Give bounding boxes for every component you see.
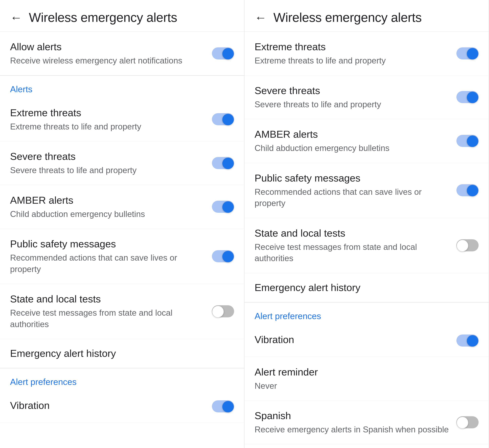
- vibration-r-title: Vibration: [255, 333, 450, 346]
- alert-prefs-r-label: Alert preferences: [244, 302, 489, 324]
- alert-reminder-r-subtitle: Never: [255, 380, 472, 392]
- amber-alerts-r-text: AMBER alerts Child abduction emergency b…: [255, 128, 456, 154]
- extreme-threats-item: Extreme threats Extreme threats to life …: [0, 98, 244, 141]
- allow-alerts-subtitle: Receive wireless emergency alert notific…: [10, 55, 205, 66]
- alerts-section-label: Alerts: [0, 76, 244, 98]
- left-page-title: Wireless emergency alerts: [29, 10, 177, 25]
- vibration-r-item: Vibration: [244, 324, 489, 357]
- vibration-text: Vibration: [10, 399, 212, 414]
- severe-threats-text: Severe threats Severe threats to life an…: [10, 150, 212, 176]
- public-safety-r-item: Public safety messages Recommended actio…: [244, 163, 489, 218]
- allow-alerts-text: Allow alerts Receive wireless emergency …: [10, 40, 212, 66]
- severe-threats-subtitle: Severe threats to life and property: [10, 165, 205, 176]
- extreme-threats-thumb: [222, 114, 234, 125]
- public-safety-thumb: [222, 251, 234, 262]
- back-button-left[interactable]: ←: [10, 11, 22, 24]
- severe-threats-r-text: Severe threats Severe threats to life an…: [255, 84, 456, 110]
- right-content: Extreme threats Extreme threats to life …: [244, 32, 489, 448]
- emergency-history-r-title: Emergency alert history: [255, 282, 479, 293]
- vibration-item: Vibration: [0, 390, 244, 423]
- severe-threats-title: Severe threats: [10, 150, 205, 163]
- emergency-history-title: Emergency alert history: [10, 348, 234, 359]
- vibration-r-thumb: [467, 335, 478, 347]
- right-panel: ← Wireless emergency alerts Extreme thre…: [244, 0, 489, 448]
- vibration-title: Vibration: [10, 399, 205, 412]
- amber-alerts-subtitle: Child abduction emergency bulletins: [10, 209, 205, 220]
- severe-threats-r-title: Severe threats: [255, 84, 450, 97]
- vibration-thumb: [222, 401, 234, 412]
- vibration-r-text: Vibration: [255, 333, 456, 348]
- back-button-right[interactable]: ←: [255, 11, 267, 24]
- extreme-threats-r-title: Extreme threats: [255, 40, 450, 53]
- state-local-tests-toggle[interactable]: [212, 305, 234, 317]
- severe-threats-r-thumb: [467, 92, 478, 103]
- spanish-r-subtitle: Receive emergency alerts in Spanish when…: [255, 424, 450, 435]
- left-panel: ← Wireless emergency alerts Allow alerts…: [0, 0, 244, 448]
- state-local-tests-subtitle: Receive test messages from state and loc…: [10, 307, 205, 330]
- extreme-threats-r-subtitle: Extreme threats to life and property: [255, 55, 450, 66]
- amber-alerts-r-subtitle: Child abduction emergency bulletins: [255, 143, 450, 154]
- amber-alerts-text: AMBER alerts Child abduction emergency b…: [10, 194, 212, 220]
- public-safety-r-text: Public safety messages Recommended actio…: [255, 172, 456, 209]
- spanish-r-toggle[interactable]: [456, 416, 479, 428]
- spanish-r-item: Spanish Receive emergency alerts in Span…: [244, 400, 489, 444]
- public-safety-r-toggle[interactable]: [456, 184, 479, 196]
- emergency-history-r-item[interactable]: Emergency alert history: [244, 273, 489, 302]
- state-local-tests-text: State and local tests Receive test messa…: [10, 293, 212, 330]
- amber-alerts-r-title: AMBER alerts: [255, 128, 450, 141]
- state-local-tests-r-thumb: [457, 240, 468, 251]
- extreme-threats-r-item: Extreme threats Extreme threats to life …: [244, 32, 489, 75]
- amber-alerts-r-toggle[interactable]: [456, 135, 479, 147]
- amber-alerts-toggle[interactable]: [212, 201, 234, 213]
- public-safety-item: Public safety messages Recommended actio…: [0, 229, 244, 284]
- state-local-tests-r-title: State and local tests: [255, 227, 450, 240]
- allow-alerts-thumb: [222, 48, 234, 59]
- allow-alerts-title: Allow alerts: [10, 40, 205, 53]
- extreme-threats-title: Extreme threats: [10, 106, 205, 119]
- severe-threats-r-toggle[interactable]: [456, 91, 479, 103]
- amber-alerts-r-thumb: [467, 136, 478, 147]
- state-local-tests-title: State and local tests: [10, 293, 205, 306]
- emergency-history-item[interactable]: Emergency alert history: [0, 339, 244, 368]
- left-content: Allow alerts Receive wireless emergency …: [0, 32, 244, 448]
- extreme-threats-toggle[interactable]: [212, 113, 234, 125]
- extreme-threats-subtitle: Extreme threats to life and property: [10, 121, 205, 132]
- public-safety-r-title: Public safety messages: [255, 172, 450, 185]
- extreme-threats-text: Extreme threats Extreme threats to life …: [10, 106, 212, 132]
- allow-alerts-toggle[interactable]: [212, 47, 234, 59]
- spanish-r-title: Spanish: [255, 409, 450, 422]
- alert-prefs-label: Alert preferences: [0, 368, 244, 390]
- public-safety-subtitle: Recommended actions that can save lives …: [10, 252, 205, 275]
- state-local-tests-r-toggle[interactable]: [456, 239, 479, 251]
- amber-alerts-thumb: [222, 201, 234, 213]
- state-local-tests-thumb: [212, 306, 224, 317]
- amber-alerts-title: AMBER alerts: [10, 194, 205, 207]
- public-safety-r-subtitle: Recommended actions that can save lives …: [255, 186, 450, 209]
- amber-alerts-item: AMBER alerts Child abduction emergency b…: [0, 185, 244, 229]
- state-local-tests-item: State and local tests Receive test messa…: [0, 284, 244, 339]
- severe-threats-item: Severe threats Severe threats to life an…: [0, 141, 244, 185]
- state-local-tests-r-text: State and local tests Receive test messa…: [255, 227, 456, 264]
- vibration-r-toggle[interactable]: [456, 334, 479, 347]
- right-page-title: Wireless emergency alerts: [273, 10, 422, 25]
- extreme-threats-r-thumb: [467, 48, 478, 59]
- public-safety-title: Public safety messages: [10, 237, 205, 251]
- severe-threats-r-subtitle: Severe threats to life and property: [255, 99, 450, 110]
- vibration-toggle[interactable]: [212, 400, 234, 412]
- alert-reminder-r-text: Alert reminder Never: [255, 366, 479, 392]
- public-safety-toggle[interactable]: [212, 250, 234, 262]
- state-local-tests-r-item: State and local tests Receive test messa…: [244, 218, 489, 273]
- severe-threats-r-item: Severe threats Severe threats to life an…: [244, 75, 489, 119]
- extreme-threats-r-text: Extreme threats Extreme threats to life …: [255, 40, 456, 66]
- left-header: ← Wireless emergency alerts: [0, 0, 244, 32]
- extreme-threats-r-toggle[interactable]: [456, 47, 479, 59]
- allow-alerts-item: Allow alerts Receive wireless emergency …: [0, 32, 244, 75]
- severe-threats-thumb: [222, 158, 234, 169]
- public-safety-text: Public safety messages Recommended actio…: [10, 237, 212, 275]
- spanish-r-thumb: [457, 417, 468, 428]
- amber-alerts-r-item: AMBER alerts Child abduction emergency b…: [244, 119, 489, 163]
- right-header: ← Wireless emergency alerts: [244, 0, 489, 32]
- severe-threats-toggle[interactable]: [212, 157, 234, 169]
- spanish-r-text: Spanish Receive emergency alerts in Span…: [255, 409, 456, 435]
- alert-reminder-r-item[interactable]: Alert reminder Never: [244, 357, 489, 401]
